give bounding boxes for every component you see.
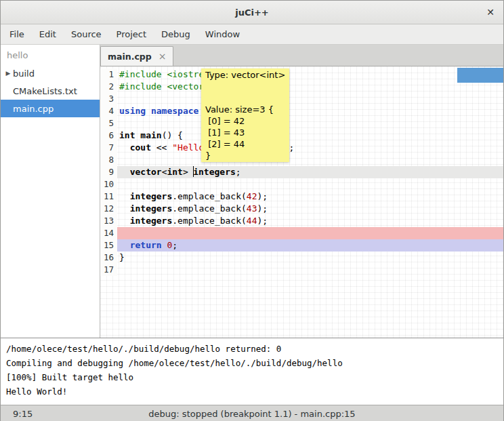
- code-token: );: [257, 203, 268, 214]
- line-number: 13: [100, 215, 117, 227]
- code-token: 42: [247, 191, 257, 201]
- code-token: integers: [130, 203, 173, 214]
- file-tree: ▶buildCMakeLists.txtmain.cpp: [1, 64, 100, 117]
- tab-label: main.cpp: [108, 52, 152, 62]
- code-line-8[interactable]: 8: [100, 154, 503, 166]
- line-number: 6: [100, 129, 117, 142]
- code-text: vector<int> integers;: [117, 166, 503, 178]
- code-token: <<: [151, 142, 172, 153]
- menu-item-source[interactable]: Source: [64, 24, 109, 44]
- code-token: 44: [247, 216, 257, 226]
- code-token: namespace: [151, 106, 198, 116]
- cursor-position: 9:15: [13, 409, 33, 419]
- tree-item-build[interactable]: ▶build: [1, 64, 100, 82]
- code-token: cout: [130, 142, 151, 153]
- code-line-1[interactable]: 1#include <iostream>: [100, 68, 503, 81]
- status-bar: debug: stopped (breakpoint 1.1) - main.c…: [1, 405, 503, 421]
- tab-main-cpp[interactable]: main.cpp ×: [100, 46, 173, 66]
- tooltip-line: [205, 81, 285, 92]
- scrollbar-thumb[interactable]: [457, 68, 503, 83]
- code-line-10[interactable]: 10: [100, 178, 503, 191]
- tooltip-line: [1] = 43: [205, 127, 285, 138]
- tab-bar: main.cpp ×: [100, 45, 503, 66]
- tree-item-label: CMakeLists.txt: [12, 86, 77, 96]
- code-line-17[interactable]: 17: [100, 264, 503, 276]
- code-line-15[interactable]: 15 return 0;: [100, 239, 503, 252]
- menu-item-edit[interactable]: Edit: [32, 24, 64, 44]
- output-line: /home/olece/test/hello/./build/debug/hel…: [6, 342, 498, 356]
- code-text: using namespace std;: [117, 105, 503, 117]
- line-number: 12: [100, 203, 117, 215]
- code-text: return 0;: [117, 239, 503, 252]
- code-line-2[interactable]: 2#include <vector>: [100, 81, 503, 93]
- main-area: hello ▶buildCMakeLists.txtmain.cpp main.…: [1, 45, 503, 338]
- close-icon[interactable]: ✕: [486, 6, 495, 18]
- sidebar: hello ▶buildCMakeLists.txtmain.cpp: [1, 45, 100, 338]
- code-token: [119, 240, 130, 250]
- line-number: 7: [100, 142, 117, 154]
- debug-tooltip: Type: vector<int>Value: size=3 { [0] = 4…: [201, 68, 289, 162]
- code-token: int: [119, 130, 135, 140]
- code-area: 1#include <iostream>2#include <vector>34…: [100, 68, 503, 276]
- code-text: int main() {: [117, 129, 503, 142]
- line-number: 15: [100, 239, 117, 252]
- output-panel[interactable]: /home/olece/test/hello/./build/debug/hel…: [1, 338, 503, 405]
- line-number: 4: [100, 105, 117, 117]
- code-line-9[interactable]: 9 vector<int> integers;: [100, 166, 503, 178]
- tooltip-line: Type: vector<int>: [205, 69, 285, 81]
- output-line: Hello World!: [6, 384, 498, 399]
- code-token: main: [140, 130, 161, 140]
- tooltip-line: [205, 92, 285, 104]
- code-token: integers: [193, 167, 236, 177]
- editor-pane: main.cpp × 1#include <iostream>2#include…: [100, 45, 503, 338]
- code-token: );: [257, 191, 268, 201]
- code-line-14[interactable]: 14: [100, 227, 503, 239]
- tree-item-cmakelists-txt[interactable]: CMakeLists.txt: [1, 82, 100, 100]
- code-text: }: [117, 252, 503, 264]
- tooltip-line: Value: size=3 {: [205, 104, 285, 115]
- code-text: #include <iostream>: [117, 68, 503, 81]
- code-line-13[interactable]: 13 integers.emplace_back(44);: [100, 215, 503, 227]
- code-line-6[interactable]: 6int main() {: [100, 129, 503, 142]
- editor[interactable]: 1#include <iostream>2#include <vector>34…: [100, 66, 503, 338]
- tooltip-line: }: [205, 150, 285, 161]
- window-title: juCi++: [235, 7, 269, 18]
- code-token: [146, 106, 151, 116]
- tab-close-icon[interactable]: ×: [159, 52, 167, 61]
- menu-item-file[interactable]: File: [2, 24, 32, 44]
- debug-status-text: debug: stopped (breakpoint 1.1) - main.c…: [1, 409, 503, 419]
- code-token: ;: [172, 240, 177, 250]
- code-line-4[interactable]: 4using namespace std;: [100, 105, 503, 117]
- code-token: () {: [162, 130, 183, 140]
- code-line-16[interactable]: 16}: [100, 252, 503, 264]
- menu-item-debug[interactable]: Debug: [154, 24, 198, 44]
- code-token: );: [257, 216, 268, 226]
- code-token: vector: [130, 167, 162, 177]
- code-token: int: [167, 167, 182, 177]
- tree-item-label: main.cpp: [12, 104, 54, 114]
- code-token: [119, 203, 130, 214]
- code-line-3[interactable]: 3: [100, 93, 503, 105]
- code-text: [117, 178, 503, 191]
- line-number: 3: [100, 93, 117, 105]
- line-number: 9: [100, 166, 117, 178]
- code-line-11[interactable]: 11 integers.emplace_back(42);: [100, 191, 503, 203]
- line-number: 5: [100, 117, 117, 129]
- code-text: #include <vector>: [117, 81, 503, 93]
- code-line-5[interactable]: 5: [100, 117, 503, 129]
- tree-item-main-cpp[interactable]: main.cpp: [1, 100, 100, 117]
- menu-item-window[interactable]: Window: [198, 24, 247, 44]
- code-token: [119, 167, 130, 177]
- code-line-12[interactable]: 12 integers.emplace_back(43);: [100, 203, 503, 215]
- tree-item-label: build: [12, 68, 35, 79]
- code-token: .emplace_back(: [172, 203, 247, 214]
- line-number: 16: [100, 252, 117, 264]
- code-token: integers: [130, 191, 173, 201]
- code-token: }: [119, 252, 125, 262]
- code-line-7[interactable]: 7 cout << "Hello World!" << endl;: [100, 142, 503, 154]
- code-token: integers: [130, 216, 173, 226]
- menu-item-project[interactable]: Project: [109, 24, 154, 44]
- code-token: [119, 191, 130, 201]
- expander-icon[interactable]: ▶: [1, 70, 12, 77]
- code-text: integers.emplace_back(42);: [117, 191, 503, 203]
